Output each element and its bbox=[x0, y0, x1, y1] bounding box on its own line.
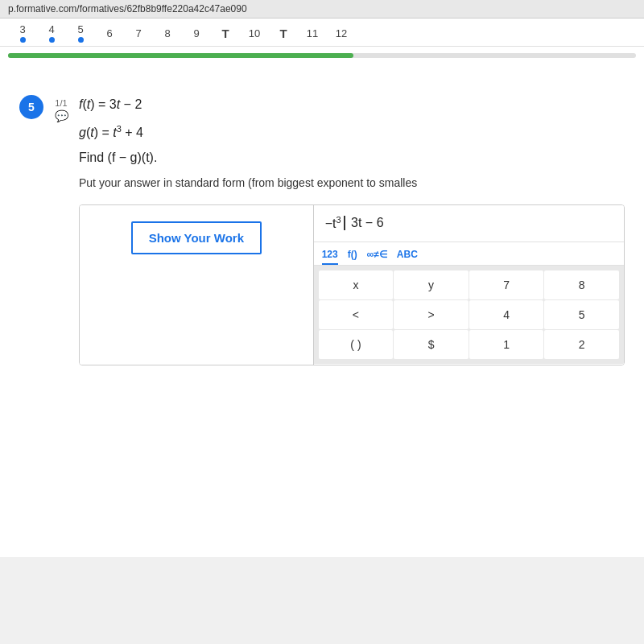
math-expr-rest: 3t − 6 bbox=[348, 216, 384, 230]
answer-area: Show Your Work −t3 3t − 6 123 f() bbox=[79, 204, 625, 365]
key-y[interactable]: y bbox=[394, 270, 469, 299]
tab-T2[interactable]: T bbox=[269, 27, 298, 40]
tab-9[interactable]: 9 bbox=[182, 27, 211, 39]
progress-section bbox=[0, 47, 644, 64]
key-7[interactable]: 7 bbox=[469, 270, 544, 299]
tab-4-dot bbox=[49, 37, 55, 43]
key-gt[interactable]: > bbox=[394, 300, 469, 329]
progress-bar-bg bbox=[8, 53, 636, 58]
kbd-tab-inf[interactable]: ∞≠∈ bbox=[367, 247, 387, 265]
main-content: 5 1/1 💬 f(t) = 3t − 2 g(t) = t3 + 4 Find… bbox=[0, 74, 644, 557]
question-meta: 1/1 💬 bbox=[52, 98, 71, 122]
progress-bar-fill bbox=[8, 53, 353, 58]
url-text: p.formative.com/formatives/62fb8b9ffe220… bbox=[8, 3, 247, 14]
keyboard-grid: x y 7 8 < > 4 5 ( ) $ 1 2 bbox=[314, 266, 624, 364]
f-equation: f(t) = 3t − 2 bbox=[79, 93, 625, 115]
tab-12[interactable]: 12 bbox=[327, 27, 356, 39]
kbd-tab-123[interactable]: 123 bbox=[322, 247, 338, 265]
tab-4[interactable]: 4 bbox=[37, 23, 66, 43]
question-block: 5 1/1 💬 f(t) = 3t − 2 g(t) = t3 + 4 Find… bbox=[19, 74, 625, 365]
tab-nav-row: 3 4 5 6 7 8 9 T 10 T 11 12 bbox=[0, 19, 644, 47]
tab-8[interactable]: 8 bbox=[153, 27, 182, 39]
url-bar: p.formative.com/formatives/62fb8b9ffe220… bbox=[0, 0, 644, 19]
kbd-tab-abc[interactable]: ABC bbox=[397, 247, 418, 265]
g-equation: g(t) = t3 + 4 bbox=[79, 122, 625, 144]
math-expr-neg: −t3 bbox=[325, 215, 341, 231]
question-number-badge: 5 bbox=[19, 95, 43, 119]
tab-3-dot bbox=[20, 37, 26, 43]
key-2[interactable]: 2 bbox=[544, 330, 619, 359]
key-dollar[interactable]: $ bbox=[394, 330, 469, 359]
tab-5-dot bbox=[78, 37, 84, 43]
key-5[interactable]: 5 bbox=[544, 300, 619, 329]
key-x[interactable]: x bbox=[319, 270, 394, 299]
key-4[interactable]: 4 bbox=[469, 300, 544, 329]
key-8[interactable]: 8 bbox=[544, 270, 619, 299]
tab-5[interactable]: 5 bbox=[66, 23, 95, 43]
key-lt[interactable]: < bbox=[319, 300, 394, 329]
question-score: 1/1 bbox=[55, 98, 67, 108]
math-input-display[interactable]: −t3 3t − 6 bbox=[314, 205, 624, 242]
text-cursor bbox=[344, 216, 345, 230]
key-1[interactable]: 1 bbox=[469, 330, 544, 359]
tab-numbers: 3 4 5 6 7 8 9 T 10 T 11 12 bbox=[8, 19, 356, 46]
tab-6[interactable]: 6 bbox=[95, 27, 124, 39]
tab-10[interactable]: 10 bbox=[240, 27, 269, 39]
comment-icon: 💬 bbox=[55, 109, 68, 122]
math-input-panel: −t3 3t − 6 123 f() ∞≠∈ ABC bbox=[314, 205, 624, 365]
tab-11[interactable]: 11 bbox=[298, 27, 327, 39]
key-paren[interactable]: ( ) bbox=[319, 330, 394, 359]
tab-3[interactable]: 3 bbox=[8, 23, 37, 43]
keyboard-tabs: 123 f() ∞≠∈ ABC bbox=[314, 242, 624, 266]
show-work-button[interactable]: Show Your Work bbox=[131, 221, 262, 254]
show-work-panel: Show Your Work bbox=[80, 205, 314, 365]
kbd-tab-func[interactable]: f() bbox=[348, 247, 357, 265]
instruction-text: Put your answer in standard form (from b… bbox=[79, 175, 625, 192]
find-text: Find (f − g)(t). bbox=[79, 151, 625, 165]
tab-T1[interactable]: T bbox=[211, 27, 240, 40]
question-body: f(t) = 3t − 2 g(t) = t3 + 4 Find (f − g)… bbox=[79, 93, 625, 365]
tab-7[interactable]: 7 bbox=[124, 27, 153, 39]
